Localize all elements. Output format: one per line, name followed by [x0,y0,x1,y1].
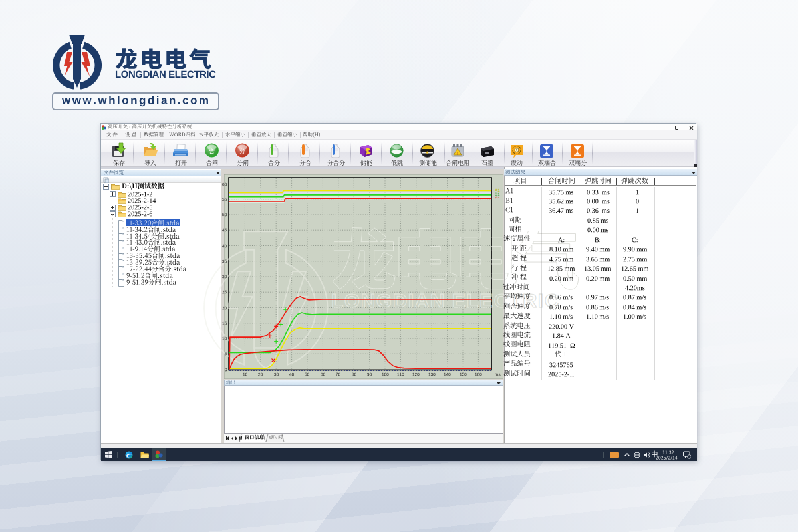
svg-text:!: ! [457,151,458,156]
